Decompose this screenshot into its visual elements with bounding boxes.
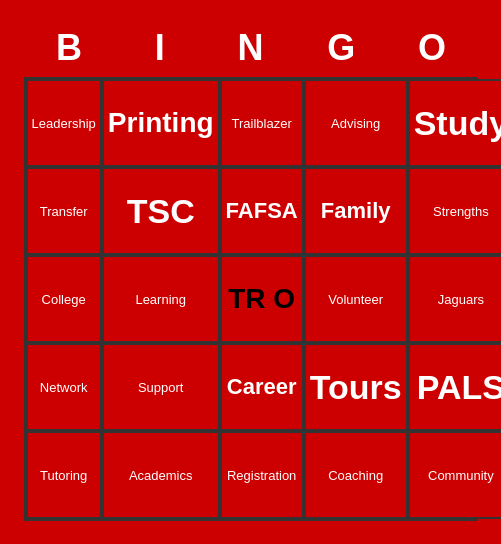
trio-text: TR (228, 283, 265, 315)
cell-4-3[interactable]: Coaching (304, 431, 408, 519)
cell-text-1-3: Family (321, 198, 391, 224)
cell-2-3[interactable]: Volunteer (304, 255, 408, 343)
header-o: O (387, 23, 478, 73)
cell-4-0[interactable]: Tutoring (26, 431, 102, 519)
cell-1-2[interactable]: FAFSA (220, 167, 304, 255)
cell-3-2[interactable]: Career (220, 343, 304, 431)
bingo-grid: Leadership Printing Trailblazer Advising… (24, 77, 478, 521)
cell-text-4-3: Coaching (328, 468, 383, 483)
trio-o: I (266, 283, 274, 315)
cell-2-2[interactable]: TRIO (220, 255, 304, 343)
cell-0-0[interactable]: Leadership (26, 79, 102, 167)
cell-text-4-0: Tutoring (40, 468, 87, 483)
cell-1-3[interactable]: Family (304, 167, 408, 255)
cell-text-2-1: Learning (135, 292, 186, 307)
cell-text-3-4: PALS (417, 368, 501, 407)
cell-text-4-4: Community (428, 468, 494, 483)
cell-text-2-4: Jaguars (438, 292, 484, 307)
cell-2-0[interactable]: College (26, 255, 102, 343)
cell-text-0-2: Trailblazer (232, 116, 292, 131)
cell-text-1-4: Strengths (433, 204, 489, 219)
cell-text-0-3: Advising (331, 116, 380, 131)
cell-text-1-0: Transfer (40, 204, 88, 219)
cell-1-1[interactable]: TSC (102, 167, 220, 255)
cell-text-3-1: Support (138, 380, 184, 395)
cell-text-0-4: Study (414, 104, 501, 143)
cell-1-4[interactable]: Strengths (408, 167, 501, 255)
cell-text-3-3: Tours (310, 368, 402, 407)
cell-text-2-0: College (42, 292, 86, 307)
cell-3-1[interactable]: Support (102, 343, 220, 431)
cell-text-2-3: Volunteer (328, 292, 383, 307)
cell-3-4[interactable]: PALS (408, 343, 501, 431)
cell-text-0-0: Leadership (32, 116, 96, 131)
cell-0-1[interactable]: Printing (102, 79, 220, 167)
cell-text-1-2: FAFSA (226, 198, 298, 224)
cell-4-4[interactable]: Community (408, 431, 501, 519)
cell-text-0-1: Printing (108, 107, 214, 139)
cell-3-0[interactable]: Network (26, 343, 102, 431)
cell-text-4-2: Registration (227, 468, 296, 483)
cell-text-3-2: Career (227, 374, 297, 400)
trio-text2: O (273, 283, 295, 315)
cell-1-0[interactable]: Transfer (26, 167, 102, 255)
cell-text-4-1: Academics (129, 468, 193, 483)
bingo-card: B I N G O Leadership Printing Trailblaze… (16, 15, 486, 529)
cell-0-4[interactable]: Study (408, 79, 501, 167)
header-b: B (24, 23, 115, 73)
cell-4-1[interactable]: Academics (102, 431, 220, 519)
cell-3-3[interactable]: Tours (304, 343, 408, 431)
bingo-header: B I N G O (24, 23, 478, 73)
header-i: I (114, 23, 205, 73)
header-n: N (205, 23, 296, 73)
header-g: G (296, 23, 387, 73)
cell-4-2[interactable]: Registration (220, 431, 304, 519)
cell-2-1[interactable]: Learning (102, 255, 220, 343)
cell-2-4[interactable]: Jaguars (408, 255, 501, 343)
cell-0-3[interactable]: Advising (304, 79, 408, 167)
trio-logo: TRIO (228, 283, 295, 315)
cell-text-3-0: Network (40, 380, 88, 395)
cell-0-2[interactable]: Trailblazer (220, 79, 304, 167)
cell-text-1-1: TSC (127, 192, 195, 231)
